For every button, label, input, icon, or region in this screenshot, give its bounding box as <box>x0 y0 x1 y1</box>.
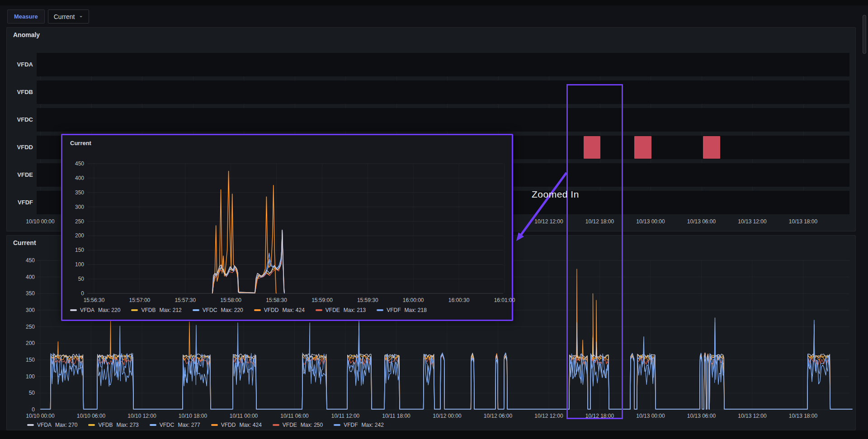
zoomed-inset-panel: Current 45040035030025020015010050015:56… <box>61 134 513 321</box>
timeline-row-label-vfdc: VFDC <box>7 116 33 123</box>
timeline-row-label-vfdf: VFDF <box>7 199 33 206</box>
anomaly-x-tick: 10/13 18:00 <box>783 218 824 225</box>
current-y-tick: 450 <box>19 257 35 264</box>
metric-dropdown-value: Current <box>54 13 75 20</box>
timeline-gridline <box>651 53 651 214</box>
inset-x-tick: 15:57:00 <box>123 297 157 303</box>
inset-y-tick: 100 <box>69 261 84 268</box>
series-line-vfda <box>40 322 852 409</box>
series-name: VFDF <box>344 422 358 428</box>
series-line-vfdc <box>40 318 852 409</box>
current-y-tick: 150 <box>19 357 35 363</box>
current-y-tick: 250 <box>19 324 35 330</box>
series-color-swatch <box>211 424 218 426</box>
series-name: VFDF <box>387 307 401 313</box>
current-x-tick: 10/10 00:00 <box>20 413 61 419</box>
legend-item-vfde[interactable]: VFDEMax: 250 <box>273 422 323 428</box>
inset-x-tick: 16:01:00 <box>487 297 522 303</box>
series-color-swatch <box>150 424 156 426</box>
series-color-swatch <box>70 309 77 311</box>
legend-item-vfda[interactable]: VFDAMax: 220 <box>70 307 120 313</box>
series-name: VFDE <box>326 307 340 313</box>
anomaly-event-vfdd <box>634 136 651 159</box>
legend-item-vfdc[interactable]: VFDCMax: 277 <box>150 422 200 428</box>
series-color-swatch <box>254 309 261 311</box>
timeline-row-label-vfda: VFDA <box>7 61 33 68</box>
inset-y-tick: 200 <box>69 232 84 239</box>
legend-item-vfdf[interactable]: VFDFMax: 218 <box>377 307 427 313</box>
legend-item-vfdb[interactable]: VFDBMax: 212 <box>131 307 181 313</box>
anomaly-event-vfdd <box>703 136 720 159</box>
current-x-tick: 10/12 12:00 <box>528 413 569 419</box>
inset-x-tick: 15:58:30 <box>259 297 294 303</box>
timeline-row-band-vfdb <box>37 80 849 104</box>
timeline-gridline <box>600 53 600 214</box>
series-name: VFDB <box>98 422 113 428</box>
current-x-tick: 10/12 06:00 <box>478 413 519 419</box>
current-x-tick: 10/13 00:00 <box>630 413 671 419</box>
series-max-value: Max: 220 <box>221 307 243 313</box>
timeline-gridline <box>803 53 804 214</box>
grafana-dashboard: Measure Current ⌄ Anomaly VFDAVFDBVFDCVF… <box>0 0 868 439</box>
series-max-value: Max: 273 <box>116 422 138 428</box>
series-max-value: Max: 218 <box>405 307 427 313</box>
series-name: VFDA <box>37 422 52 428</box>
inset-y-tick: 300 <box>69 204 84 210</box>
current-x-tick: 10/11 12:00 <box>325 413 366 419</box>
zoomed-in-annotation: Zoomed In <box>532 189 579 200</box>
anomaly-x-tick: 10/10 00:00 <box>20 218 61 225</box>
current-x-tick: 10/10 12:00 <box>122 413 162 419</box>
inset-x-tick: 16:00:00 <box>396 297 430 303</box>
series-color-swatch <box>193 309 199 311</box>
series-max-value: Max: 250 <box>301 422 323 428</box>
series-max-value: Max: 424 <box>282 307 304 313</box>
inset-legend: VFDAMax: 220VFDBMax: 212VFDCMax: 220VFDD… <box>70 307 438 313</box>
inset-x-tick: 15:56:30 <box>77 297 111 303</box>
inset-y-tick: 250 <box>69 218 84 225</box>
series-name: VFDD <box>221 422 236 428</box>
series-line-vfdb <box>40 320 852 409</box>
anomaly-x-tick: 10/13 06:00 <box>681 218 722 225</box>
current-y-tick: 350 <box>19 290 35 297</box>
dashboard-toolbar: Measure Current ⌄ <box>7 9 89 24</box>
measure-variable-label[interactable]: Measure <box>7 9 45 24</box>
series-color-swatch <box>377 309 383 311</box>
inset-x-tick: 15:59:30 <box>350 297 385 303</box>
series-name: VFDA <box>80 307 94 313</box>
current-legend: VFDAMax: 270VFDBMax: 273VFDCMax: 277VFDD… <box>27 422 395 428</box>
metric-dropdown[interactable]: Current ⌄ <box>48 9 89 24</box>
timeline-gridline <box>702 53 702 214</box>
legend-item-vfdd[interactable]: VFDDMax: 424 <box>254 307 305 313</box>
legend-item-vfdf[interactable]: VFDFMax: 242 <box>334 422 384 428</box>
series-name: VFDC <box>160 422 175 428</box>
current-y-tick: 300 <box>19 307 35 313</box>
anomaly-x-tick: 10/12 12:00 <box>528 218 569 225</box>
current-y-tick: 0 <box>19 406 35 413</box>
series-max-value: Max: 220 <box>98 307 120 313</box>
anomaly-panel-title[interactable]: Anomaly <box>13 31 40 38</box>
bottom-strip <box>0 430 868 439</box>
current-y-tick: 400 <box>19 274 35 280</box>
series-color-swatch <box>27 424 34 426</box>
scrollbar-thumb[interactable] <box>863 15 866 54</box>
inset-y-tick: 150 <box>69 247 84 253</box>
series-color-swatch <box>334 424 340 426</box>
series-max-value: Max: 424 <box>239 422 261 428</box>
legend-item-vfdd[interactable]: VFDDMax: 424 <box>211 422 262 428</box>
series-color-swatch <box>131 309 138 311</box>
legend-item-vfdc[interactable]: VFDCMax: 220 <box>193 307 243 313</box>
timeline-row-band-vfda <box>37 53 849 76</box>
anomaly-event-vfdd <box>584 136 601 159</box>
timeline-gridline <box>752 53 753 214</box>
legend-item-vfdb[interactable]: VFDBMax: 273 <box>88 422 138 428</box>
inset-chart-svg <box>62 135 512 320</box>
anomaly-x-tick: 10/13 12:00 <box>732 218 773 225</box>
inset-x-tick: 16:00:30 <box>442 297 476 303</box>
series-color-swatch <box>316 309 322 311</box>
current-x-tick: 10/12 18:00 <box>580 413 620 419</box>
legend-item-vfda[interactable]: VFDAMax: 270 <box>27 422 77 428</box>
legend-item-vfde[interactable]: VFDEMax: 213 <box>316 307 366 313</box>
current-x-tick: 10/13 06:00 <box>681 413 722 419</box>
current-x-tick: 10/11 06:00 <box>274 413 315 419</box>
timeline-row-label-vfde: VFDE <box>7 171 33 178</box>
